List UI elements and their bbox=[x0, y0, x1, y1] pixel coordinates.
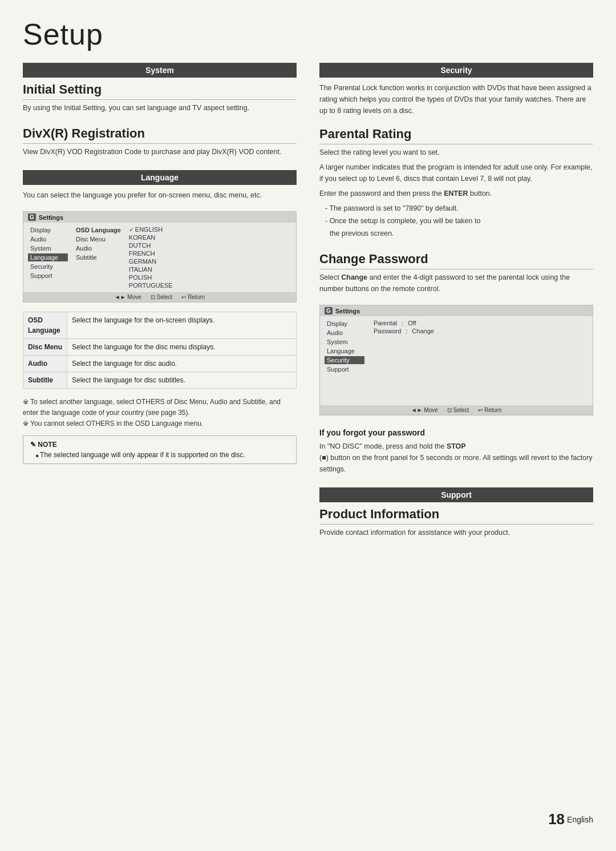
sec-footer-return: ↩ Return bbox=[478, 407, 501, 413]
option-portuguese: PORTUGUESE bbox=[129, 282, 173, 289]
sec-menu-system: System bbox=[325, 338, 364, 346]
parental-sep: : bbox=[402, 320, 403, 326]
security-settings-label: Settings bbox=[335, 308, 360, 314]
footer-return: ↩ Return bbox=[181, 294, 205, 300]
parental-label: Parental bbox=[374, 320, 397, 326]
settings-box-title: G Settings bbox=[23, 212, 296, 223]
forgot-title: If you forgot your password bbox=[319, 428, 593, 437]
forgot-body: In "NO DISC" mode, press and hold the ST… bbox=[319, 441, 593, 475]
password-pair: Password : Change bbox=[374, 328, 434, 334]
divx-body: View DivX(R) VOD Registration Code to pu… bbox=[23, 146, 297, 158]
footer-select: ⊡ Select bbox=[151, 294, 173, 300]
left-column: System Initial Setting By using the Init… bbox=[23, 63, 297, 794]
submenu-osd: OSD Language bbox=[74, 226, 123, 234]
table-row: OSDLanguage Select the language for the … bbox=[23, 312, 297, 339]
language-header: Language bbox=[23, 170, 297, 185]
parental-bullet1: The password is set to "7890" by default… bbox=[319, 203, 593, 214]
password-value: Change bbox=[412, 328, 434, 334]
two-column-layout: System Initial Setting By using the Init… bbox=[23, 63, 593, 794]
security-settings-logo: G bbox=[325, 307, 333, 314]
initial-setting-title: Initial Setting bbox=[23, 82, 297, 100]
settings-submenu: OSD Language Disc Menu Audio Subtitle bbox=[74, 226, 123, 289]
settings-box-content: Display Audio System Language Security S… bbox=[23, 223, 296, 292]
option-korean: KOREAN bbox=[129, 234, 173, 241]
language-intro: You can select the language you prefer f… bbox=[23, 189, 297, 201]
parental-bullet2: Once the setup is complete, you will be … bbox=[319, 215, 593, 227]
lang-discmenu-desc: Select the language for the disc menu di… bbox=[67, 339, 297, 356]
language-settings-box: G Settings Display Audio System Language… bbox=[23, 211, 297, 303]
product-info-title: Product Information bbox=[319, 507, 593, 525]
password-sep: : bbox=[406, 328, 407, 334]
sec-menu-display: Display bbox=[325, 320, 364, 328]
product-info-section: Product Information Provide contact info… bbox=[319, 507, 593, 538]
option-english: ENGLISH bbox=[129, 226, 173, 233]
parental-rating-title: Parental Rating bbox=[319, 127, 593, 144]
security-box-footer: ◄► Move ⊡ Select ↩ Return bbox=[320, 405, 593, 415]
note-2: ※ You cannot select OTHERS in the OSD La… bbox=[23, 418, 297, 429]
footer-move: ◄► Move bbox=[115, 294, 141, 300]
menu-security: Security bbox=[28, 263, 68, 271]
note-list: The selected language will only appear i… bbox=[30, 451, 289, 459]
security-values: Parental : Off Password : Change bbox=[374, 320, 434, 373]
menu-display: Display bbox=[28, 226, 68, 234]
option-german: GERMAN bbox=[129, 258, 173, 265]
security-settings-title: G Settings bbox=[320, 305, 593, 316]
lang-subtitle-desc: Select the language for disc subtitles. bbox=[67, 372, 297, 389]
change-password-section: Change Password Select Change and enter … bbox=[319, 252, 593, 416]
notes-section: ※ To select another language, select OTH… bbox=[23, 397, 297, 430]
initial-setting-section: Initial Setting By using the Initial Set… bbox=[23, 82, 297, 114]
submenu-discmenu: Disc Menu bbox=[74, 235, 123, 243]
page-number: 18 bbox=[548, 810, 565, 828]
sec-menu-audio: Audio bbox=[325, 329, 364, 337]
security-intro: The Parental Lock function works in conj… bbox=[319, 82, 593, 116]
forgot-body-text: In "NO DISC" mode, press and hold the ST… bbox=[319, 441, 593, 475]
note-list-item: The selected language will only appear i… bbox=[36, 451, 289, 459]
parental-value: Off bbox=[408, 320, 416, 326]
sec-menu-security: Security bbox=[325, 356, 364, 364]
lang-osd-desc: Select the language for the on-screen di… bbox=[67, 312, 297, 339]
security-header: Security bbox=[319, 63, 593, 78]
lang-audio-desc: Select the language for disc audio. bbox=[67, 356, 297, 372]
system-header: System bbox=[23, 63, 297, 78]
note-box-title: ✎ NOTE bbox=[30, 441, 289, 449]
option-french: FRENCH bbox=[129, 250, 173, 257]
forgot-password-section: If you forgot your password In "NO DISC"… bbox=[319, 428, 593, 475]
parental-rating-body: Select the rating level you want to set.… bbox=[319, 147, 593, 239]
parental-body3: Enter the password and then press the EN… bbox=[319, 188, 593, 199]
bottom-bar: 18 English bbox=[23, 806, 593, 828]
settings-box-footer: ◄► Move ⊡ Select ↩ Return bbox=[23, 292, 296, 302]
parental-pair: Parental : Off bbox=[374, 320, 434, 326]
menu-language: Language bbox=[28, 253, 68, 261]
option-polish: POLISH bbox=[129, 274, 173, 281]
parental-body2: A larger number indicates that the progr… bbox=[319, 162, 593, 184]
right-column: Security The Parental Lock function work… bbox=[319, 63, 593, 794]
option-dutch: DUTCH bbox=[129, 242, 173, 249]
lang-subtitle-label: Subtitle bbox=[23, 372, 67, 389]
submenu-audio: Audio bbox=[74, 244, 123, 252]
page-title: Setup bbox=[23, 17, 593, 51]
change-password-body: Select Change and enter the 4-digit pass… bbox=[319, 272, 593, 295]
divx-title: DivX(R) Registration bbox=[23, 126, 297, 144]
note-box: ✎ NOTE The selected language will only a… bbox=[23, 435, 297, 464]
lang-osd-label: OSDLanguage bbox=[23, 312, 67, 339]
menu-support: Support bbox=[28, 272, 68, 280]
language-table: OSDLanguage Select the language for the … bbox=[23, 312, 297, 389]
note-1: ※ To select another language, select OTH… bbox=[23, 397, 297, 418]
table-row: Audio Select the language for disc audio… bbox=[23, 356, 297, 372]
page-language: English bbox=[567, 815, 593, 824]
divx-section: DivX(R) Registration View DivX(R) VOD Re… bbox=[23, 126, 297, 158]
password-label: Password bbox=[374, 328, 401, 334]
option-italian: ITALIAN bbox=[129, 266, 173, 273]
parental-bullet2-cont: the previous screen. bbox=[319, 228, 593, 239]
security-settings-content: Display Audio System Language Security S… bbox=[320, 316, 593, 377]
security-menu: Display Audio System Language Security S… bbox=[325, 320, 364, 373]
sec-footer-select: ⊡ Select bbox=[447, 407, 469, 413]
support-header: Support bbox=[319, 487, 593, 502]
sec-menu-support: Support bbox=[325, 365, 364, 373]
change-password-title: Change Password bbox=[319, 252, 593, 269]
product-info-body: Provide contact information for assistan… bbox=[319, 527, 593, 538]
settings-menu: Display Audio System Language Security S… bbox=[28, 226, 68, 289]
submenu-subtitle: Subtitle bbox=[74, 253, 123, 261]
sec-menu-language: Language bbox=[325, 347, 364, 355]
note-icon: ✎ bbox=[30, 441, 38, 449]
